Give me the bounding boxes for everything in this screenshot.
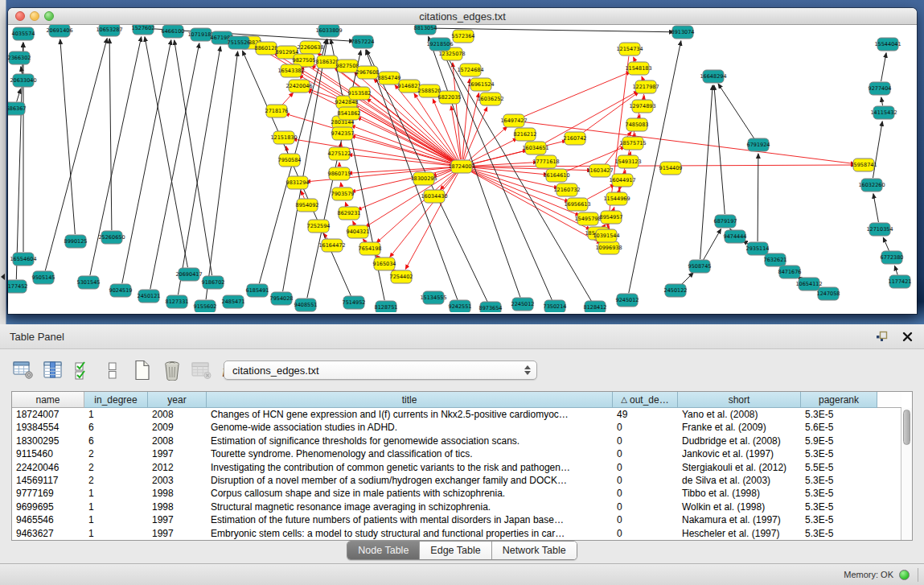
close-panel-icon[interactable] (900, 330, 914, 343)
graph-node[interactable]: 12154734 (616, 43, 643, 56)
tab-network-table[interactable]: Network Table (491, 542, 577, 559)
tab-node-table[interactable]: Node Table (347, 542, 419, 559)
graph-node[interactable]: 25260650 (98, 231, 125, 244)
table-row[interactable]: 969969511998Structural magnetic resonanc… (12, 501, 901, 513)
graph-node[interactable]: 7252594 (307, 220, 331, 233)
graph-node[interactable]: 9155602 (194, 300, 217, 312)
table-mode-icon[interactable] (11, 358, 35, 382)
graph-node[interactable]: 8990125 (64, 235, 88, 248)
graph-node[interactable]: 8913074 (671, 26, 695, 39)
graph-node[interactable]: 15134555 (420, 291, 446, 304)
graph-node[interactable]: 18300295 (410, 172, 437, 185)
vertical-scrollbar[interactable] (901, 408, 912, 540)
column-header-year[interactable]: year (148, 392, 207, 408)
graph-node[interactable]: 20691406 (46, 25, 72, 37)
graph-node[interactable]: 4035574 (12, 27, 35, 40)
graph-node[interactable]: 11548183 (625, 62, 651, 75)
graph-node[interactable]: 10996938 (595, 241, 622, 254)
graph-node[interactable]: 1686367 (8, 102, 26, 115)
graph-node[interactable]: 9474444 (724, 230, 747, 243)
graph-node[interactable]: 9508745 (688, 260, 712, 273)
graph-node[interactable]: 5301545 (77, 276, 101, 289)
graph-node[interactable]: 7654198 (359, 242, 382, 255)
graph-node[interactable]: 9242551 (449, 300, 472, 312)
graph-node[interactable]: 12974893 (629, 100, 655, 113)
graph-node[interactable]: 10391544 (593, 229, 619, 242)
graph-node[interactable]: 20690417 (175, 268, 202, 281)
graph-node[interactable]: 7857224 (351, 35, 375, 48)
table-row[interactable]: 911546021997Tourette syndrome. Phenomeno… (12, 447, 901, 460)
table-row[interactable]: 1456911722003Disruption of a novel membe… (12, 474, 901, 487)
graph-node[interactable]: 8860128 (255, 42, 278, 55)
graph-node[interactable]: 16554604 (10, 253, 36, 266)
graph-node[interactable]: 16044917 (609, 174, 635, 187)
graph-node[interactable]: 2718176 (265, 105, 289, 117)
graph-node[interactable]: 7950584 (278, 154, 302, 167)
graph-node[interactable]: 22420046 (285, 80, 312, 93)
table-selector-dropdown[interactable]: citations_edges.txt (224, 360, 537, 380)
delete-column-icon[interactable] (160, 358, 184, 382)
column-visibility-icon[interactable] (41, 358, 65, 382)
graph-node[interactable]: 16164610 (543, 169, 569, 182)
graph-node[interactable]: 18575715 (619, 137, 646, 150)
graph-node[interactable]: 16164472 (318, 239, 345, 252)
graph-node[interactable]: 4275122 (328, 147, 351, 160)
graph-node[interactable]: 7954028 (270, 292, 294, 305)
graph-node[interactable]: 8954092 (296, 199, 319, 212)
graph-node[interactable]: 15493123 (614, 155, 641, 168)
graph-node[interactable]: 1177421 (889, 275, 912, 288)
table-row[interactable]: 1872400712008Changes of HCN gene express… (12, 408, 901, 421)
graph-node[interactable]: 1247058 (817, 287, 840, 300)
graph-node[interactable]: 2160742 (564, 132, 587, 145)
graph-node[interactable]: 5572364 (452, 30, 475, 43)
graph-node[interactable]: 18724007 (448, 160, 474, 173)
table-row[interactable]: 1938455462009Genome-wide association stu… (12, 421, 901, 434)
graph-node[interactable]: 9245012 (616, 294, 639, 307)
graph-node[interactable]: 8216212 (514, 128, 537, 141)
graph-node[interactable]: 8813054 (414, 25, 437, 35)
clear-selection-icon[interactable] (101, 358, 125, 382)
graph-node[interactable]: 15544041 (874, 38, 901, 51)
graph-node[interactable]: 9186702 (202, 276, 225, 289)
graph-node[interactable]: 9505145 (32, 271, 55, 284)
table-row[interactable]: 977716911998Corpus callosum shape and si… (12, 487, 901, 500)
graph-node[interactable]: 8973654 (479, 302, 503, 312)
graph-node[interactable]: 16543382 (277, 64, 304, 77)
graph-node[interactable]: 9165034 (373, 257, 396, 270)
graph-node[interactable]: 14115432 (870, 106, 897, 119)
graph-node[interactable]: 9404321 (347, 225, 370, 238)
graph-node[interactable]: 12710354 (866, 223, 893, 236)
graph-node[interactable]: 7254402 (390, 270, 413, 283)
graph-node[interactable]: 9831294 (286, 176, 310, 189)
graph-node[interactable]: 8128751 (375, 301, 398, 312)
graph-node[interactable]: 15724684 (457, 64, 483, 76)
graph-node[interactable]: 1527602 (132, 25, 155, 35)
graph-node[interactable]: 2485471 (222, 295, 245, 308)
graph-node[interactable]: 2450121 (138, 290, 161, 303)
column-header-short[interactable]: short (678, 392, 801, 408)
graph-node[interactable]: 16036252 (477, 93, 503, 105)
graph-node[interactable]: 8954957 (600, 211, 623, 224)
graph-node[interactable]: 11603427 (586, 164, 613, 177)
graph-node[interactable]: 6822035 (438, 91, 462, 104)
graph-node[interactable]: 2245012 (511, 298, 535, 311)
graph-node[interactable]: 16034651 (522, 142, 548, 154)
table-row[interactable]: 946362711997Embryonic stem cells: a mode… (12, 527, 901, 540)
graph-node[interactable]: 16648294 (700, 70, 726, 83)
graph-node[interactable]: 7485083 (626, 118, 649, 131)
graph-node[interactable]: 16961524 (467, 78, 494, 91)
graph-node[interactable]: 7514952 (343, 296, 366, 309)
network-graph-canvas[interactable]: 1872400779638228860128891295422260638982… (8, 25, 915, 312)
graph-node[interactable]: 7903579 (331, 187, 355, 200)
graph-node[interactable]: 9153582 (348, 87, 372, 100)
graph-node[interactable]: 12160732 (553, 183, 580, 196)
graph-node[interactable]: 16033809 (315, 25, 342, 37)
graph-node[interactable]: 15495798 (574, 212, 601, 225)
graph-node[interactable]: 16032260 (858, 179, 885, 192)
graph-node[interactable]: 16034430 (421, 190, 447, 203)
graph-node[interactable]: 9408551 (294, 299, 318, 311)
tab-edge-table[interactable]: Edge Table (419, 542, 491, 559)
graph-node[interactable]: 22260638 (297, 41, 323, 54)
graph-node[interactable]: 8127331 (166, 295, 189, 308)
graph-node[interactable]: 9742357 (331, 127, 355, 140)
